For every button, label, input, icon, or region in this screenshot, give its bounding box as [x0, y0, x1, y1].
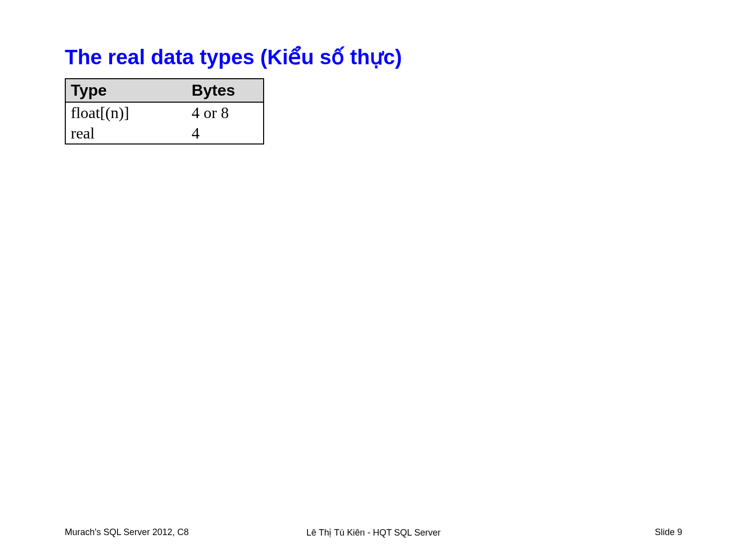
table-header-row: Type Bytes [65, 79, 264, 102]
table-row: float[(n)] 4 or 8 [65, 102, 264, 123]
table-row: real 4 [65, 123, 264, 144]
slide: The real data types (Kiểu số thực) Type … [0, 0, 747, 560]
footer-left: Murach's SQL Server 2012, C8 [65, 527, 189, 538]
header-bytes: Bytes [187, 79, 264, 102]
cell-bytes: 4 or 8 [187, 102, 264, 123]
cell-type: real [65, 123, 187, 144]
cell-bytes: 4 [187, 123, 264, 144]
footer-right: Slide 9 [655, 527, 682, 538]
slide-footer: Murach's SQL Server 2012, C8 Lê Thị Tú K… [0, 527, 747, 538]
slide-title: The real data types (Kiểu số thực) [65, 45, 682, 69]
footer-center: Lê Thị Tú Kiên - HQT SQL Server [306, 527, 441, 538]
header-type: Type [65, 79, 187, 102]
cell-type: float[(n)] [65, 102, 187, 123]
data-types-table: Type Bytes float[(n)] 4 or 8 real 4 [65, 78, 264, 144]
